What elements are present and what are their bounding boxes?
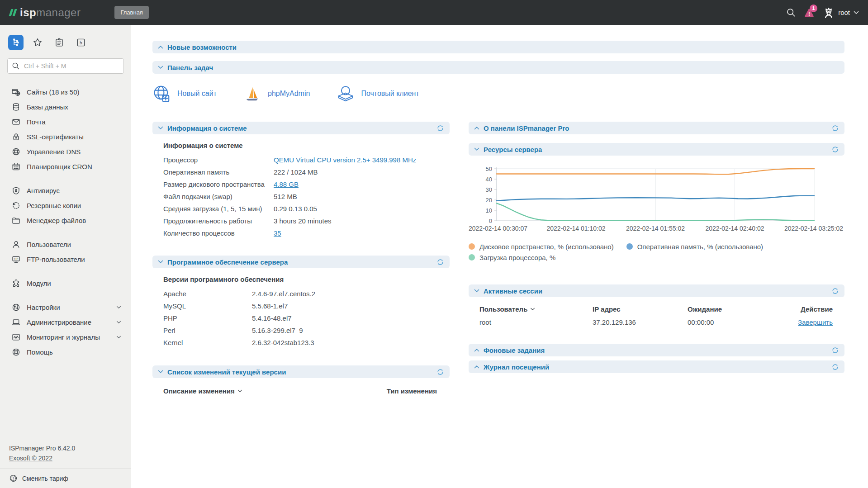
section-visit-log[interactable]: Журнал посещений bbox=[469, 360, 844, 373]
section-active-sessions[interactable]: Активные сессии bbox=[469, 284, 844, 297]
sidebar-item-label: Сайты (18 из 50) bbox=[27, 88, 80, 96]
cpu-link[interactable]: QEMU Virtual CPU version 2.5+ 3499.998 M… bbox=[274, 156, 416, 164]
section-title: Активные сессии bbox=[484, 287, 542, 295]
restore-arrow-icon bbox=[12, 201, 20, 210]
sidebar-item-backups[interactable]: Резервные копии bbox=[0, 198, 131, 213]
task-label: Новый сайт bbox=[177, 90, 217, 98]
favorites-button[interactable] bbox=[30, 35, 45, 50]
system-info-subtitle: Информация о системе bbox=[163, 142, 450, 149]
sidebar-item-label: FTP-пользователи bbox=[27, 256, 85, 263]
section-software[interactable]: Программное обеспечение сервера bbox=[152, 256, 450, 268]
ftp-monitor-icon: FTP bbox=[12, 255, 20, 264]
vendor-copyright-link[interactable]: Exosoft © 2022 bbox=[9, 455, 52, 462]
section-system-info[interactable]: Информация о системе bbox=[152, 122, 450, 134]
sidebar-item-settings[interactable]: Настройки bbox=[0, 300, 131, 315]
refresh-button[interactable] bbox=[436, 124, 444, 132]
sidebar-item-administration[interactable]: Администрирование bbox=[0, 315, 131, 330]
refresh-button[interactable] bbox=[831, 363, 839, 371]
terminate-session-link[interactable]: Завершить bbox=[798, 318, 833, 326]
section-background-tasks[interactable]: Фоновые задания bbox=[469, 344, 844, 356]
sidebar-item-databases[interactable]: Базы данных bbox=[0, 99, 131, 114]
user-menu[interactable]: root bbox=[823, 7, 859, 19]
section-server-resources[interactable]: Ресурсы сервера bbox=[469, 143, 844, 156]
sessions-col-ip[interactable]: IP адрес bbox=[593, 305, 688, 313]
sidebar-item-users[interactable]: Пользователи bbox=[0, 237, 131, 252]
task-phpmyadmin[interactable]: phpMyAdmin bbox=[243, 85, 310, 103]
sidebar-footer: ISPmanager Pro 6.42.0 Exosoft © 2022 1 С… bbox=[0, 445, 131, 488]
refresh-button[interactable] bbox=[831, 124, 839, 132]
notifications-button[interactable]: ! 1 bbox=[800, 4, 818, 22]
sessions-col-wait[interactable]: Ожидание bbox=[688, 305, 787, 313]
search-input[interactable] bbox=[7, 58, 124, 74]
menu-tree-button[interactable] bbox=[8, 35, 24, 50]
folder-icon bbox=[12, 216, 20, 225]
refresh-button[interactable] bbox=[831, 346, 839, 354]
disk-size-link[interactable]: 4.88 GB bbox=[274, 180, 299, 188]
legend-dot-memory bbox=[626, 243, 633, 250]
recent-items-button[interactable]: 5 bbox=[73, 35, 89, 50]
main-content: Новые возможности Панель задач Новый сай… bbox=[131, 25, 868, 488]
shield-lock-icon bbox=[12, 186, 20, 195]
refresh-button[interactable] bbox=[436, 258, 444, 266]
tab-home[interactable]: Главная bbox=[114, 6, 148, 19]
section-title: Программное обеспечение сервера bbox=[167, 258, 288, 266]
refresh-button[interactable] bbox=[831, 146, 839, 153]
changelog-col-description[interactable]: Описание изменения bbox=[163, 387, 235, 395]
sidebar-item-sites[interactable]: Сайты (18 из 50) bbox=[0, 85, 131, 99]
sidebar-item-monitoring[interactable]: Мониторинг и журналы bbox=[0, 330, 131, 345]
puzzle-icon bbox=[12, 279, 20, 288]
tasks-clipboard-button[interactable] bbox=[52, 35, 67, 50]
task-new-site[interactable]: Новый сайт bbox=[152, 84, 217, 103]
svg-text:2022-02-14 01:55:02: 2022-02-14 01:55:02 bbox=[626, 225, 685, 232]
svg-text:20: 20 bbox=[486, 197, 492, 204]
chevron-down-icon bbox=[116, 336, 121, 339]
process-count-link[interactable]: 35 bbox=[274, 229, 281, 237]
global-search-button[interactable] bbox=[782, 4, 800, 22]
sidebar-item-ssl[interactable]: SSL-сертификаты bbox=[0, 129, 131, 144]
sidebar-item-ftp-users[interactable]: FTP FTP-пользователи bbox=[0, 252, 131, 267]
refresh-button[interactable] bbox=[831, 287, 839, 295]
sliders-icon bbox=[12, 303, 20, 312]
lock-icon bbox=[12, 133, 20, 141]
sidebar-item-label: Модули bbox=[27, 280, 51, 287]
session-wait: 00:00:00 bbox=[688, 318, 787, 326]
sidebar-item-cron[interactable]: Планировщик CRON bbox=[0, 159, 131, 174]
section-task-panel[interactable]: Панель задач bbox=[152, 61, 844, 74]
sidebar-item-dns[interactable]: Управление DNS bbox=[0, 144, 131, 159]
refresh-icon bbox=[436, 124, 444, 132]
svg-text:30: 30 bbox=[486, 186, 492, 193]
lifebuoy-icon bbox=[12, 348, 20, 356]
svg-text:50: 50 bbox=[486, 166, 492, 172]
section-title: Список изменений текущей версии bbox=[167, 368, 286, 376]
sidebar-item-label: Управление DNS bbox=[27, 148, 81, 156]
sidebar-item-help[interactable]: Помощь bbox=[0, 345, 131, 360]
info-row: Размер дискового пространства4.88 GB bbox=[152, 178, 450, 190]
calendar-icon bbox=[12, 162, 20, 171]
svg-text:2022-02-14 02:40:02: 2022-02-14 02:40:02 bbox=[706, 225, 764, 232]
topbar: ispmanager Главная ! 1 root bbox=[0, 0, 868, 25]
chevron-down-icon bbox=[854, 11, 859, 14]
task-mail-client[interactable]: Почтовый клиент bbox=[336, 85, 419, 103]
refresh-icon bbox=[831, 346, 839, 354]
legend-dot-cpu bbox=[469, 254, 475, 261]
sidebar-item-antivirus[interactable]: Антивирус bbox=[0, 183, 131, 198]
changelog-col-type[interactable]: Тип изменения bbox=[387, 387, 437, 395]
change-tariff-button[interactable]: 1 Сменить тариф bbox=[0, 468, 131, 488]
resources-chart: 2022-02-14 00:30:072022-02-14 01:10:0220… bbox=[469, 161, 844, 239]
sidebar-item-label: Почта bbox=[27, 118, 46, 126]
section-changelog[interactable]: Список изменений текущей версии bbox=[152, 365, 450, 378]
svg-text:2022-02-14 00:30:07: 2022-02-14 00:30:07 bbox=[469, 225, 527, 232]
section-about-panel[interactable]: О панели ISPmanager Pro bbox=[469, 122, 844, 134]
section-new-features[interactable]: Новые возможности bbox=[152, 41, 844, 53]
sidebar-item-label: Настройки bbox=[27, 303, 60, 311]
info-row: Продолжительность работы3 hours 20 minut… bbox=[152, 215, 450, 227]
sidebar-item-mail[interactable]: Почта bbox=[0, 114, 131, 129]
sessions-col-user[interactable]: Пользователь bbox=[479, 305, 593, 313]
session-user: root bbox=[479, 318, 593, 326]
refresh-icon bbox=[831, 146, 839, 153]
section-title: Новые возможности bbox=[167, 43, 237, 51]
info-row: ПроцессорQEMU Virtual CPU version 2.5+ 3… bbox=[152, 154, 450, 166]
sidebar-item-modules[interactable]: Модули bbox=[0, 276, 131, 291]
refresh-button[interactable] bbox=[436, 368, 444, 376]
sidebar-item-filemanager[interactable]: Менеджер файлов bbox=[0, 213, 131, 228]
